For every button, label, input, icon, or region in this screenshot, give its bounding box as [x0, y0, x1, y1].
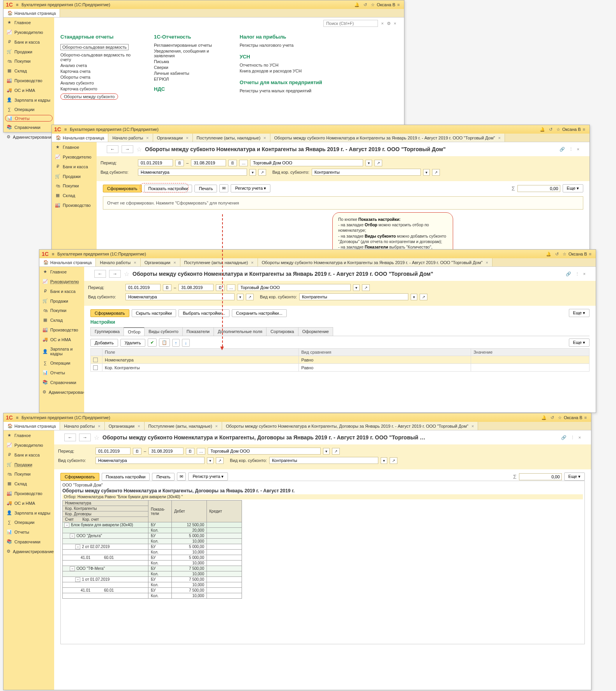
close-icon[interactable]: ×: [146, 136, 148, 140]
sidebar-item[interactable]: 👤Зарплата и кадры: [4, 508, 54, 518]
tab-home[interactable]: 🏠Начальная страница: [52, 134, 108, 142]
tab[interactable]: Организации×: [153, 134, 193, 142]
dropdown-icon[interactable]: ▾: [249, 169, 256, 176]
email-button[interactable]: ✉: [219, 184, 228, 192]
close-icon[interactable]: ×: [138, 424, 140, 428]
report-row[interactable]: −2 от 02.07.2019БУ5 000,00: [63, 544, 242, 550]
link-icon[interactable]: 🔗: [560, 147, 565, 152]
sidebar-item[interactable]: 📈Руководителю: [39, 277, 84, 286]
tree-toggle[interactable]: −: [75, 577, 80, 582]
tab-home[interactable]: 🏠Начальная страница: [39, 258, 96, 266]
link-kart-sub[interactable]: Карточка субконто: [60, 86, 138, 91]
menu-icon[interactable]: ≡: [584, 415, 587, 420]
favorite-icon[interactable]: ☆: [136, 146, 142, 153]
link-uvedom[interactable]: Уведомления, сообщения и заявления: [154, 49, 224, 58]
close-icon[interactable]: ×: [134, 260, 136, 265]
close-icon[interactable]: ×: [471, 424, 474, 428]
hamburger-icon[interactable]: ≡: [64, 127, 67, 132]
calendar-icon[interactable]: 🗓: [228, 160, 237, 166]
link-oboroty[interactable]: Обороты счета: [60, 75, 138, 79]
sidebar-item[interactable]: 🏭Производство: [39, 325, 84, 335]
tab-home[interactable]: 🏠Начальная страница: [4, 422, 60, 430]
back-button[interactable]: ←: [107, 145, 118, 153]
move-down-button[interactable]: ↓: [182, 339, 190, 347]
forward-button[interactable]: →: [122, 145, 133, 153]
period-to-input[interactable]: [191, 159, 226, 166]
settings-tab[interactable]: Группировка: [90, 327, 124, 336]
dropdown-icon[interactable]: ▾: [423, 169, 430, 176]
tab[interactable]: Начало работы×: [60, 422, 104, 430]
close-icon[interactable]: ×: [394, 21, 396, 26]
calendar-icon[interactable]: 🗓: [163, 284, 171, 291]
sidebar-item[interactable]: ★Главное: [4, 18, 54, 27]
sidebar-item[interactable]: 🚚ОС и НМА: [39, 335, 84, 344]
link-egrul[interactable]: ЕГРЮЛ: [154, 77, 224, 81]
sidebar-item[interactable]: 🛒Продажи: [4, 460, 54, 469]
tree-toggle[interactable]: −: [70, 566, 75, 571]
report-row[interactable]: −ООО "Дельта"БУ5 000,00: [63, 533, 242, 539]
back-button[interactable]: ←: [94, 270, 106, 278]
link-icon[interactable]: 🔗: [561, 435, 567, 440]
hamburger-icon[interactable]: ≡: [52, 252, 54, 256]
link-sverki[interactable]: Сверки: [154, 65, 224, 70]
report-row[interactable]: Кол.20,000: [63, 528, 242, 533]
close-icon[interactable]: ×: [98, 424, 100, 428]
open-icon[interactable]: ↗: [258, 169, 266, 176]
more-button[interactable]: Еще ▾: [569, 338, 590, 347]
calendar-icon[interactable]: 🗓: [216, 284, 224, 291]
close-icon[interactable]: ×: [186, 136, 188, 140]
report-row[interactable]: Кол.10,000: [63, 561, 242, 566]
table-row[interactable]: НоменклатураРавно: [91, 356, 590, 364]
choose-settings-button[interactable]: Выбрать настройки...: [178, 309, 229, 317]
sidebar-item[interactable]: 📈Руководителю: [4, 27, 54, 37]
delete-button[interactable]: Удалить: [120, 339, 145, 347]
forward-button[interactable]: →: [79, 434, 91, 441]
sidebar-item[interactable]: 🚚ОС и НМА: [4, 85, 54, 95]
sidebar-item[interactable]: 🏭Производство: [52, 200, 97, 210]
checkbox[interactable]: [93, 358, 98, 362]
menu-icon[interactable]: ≡: [583, 127, 585, 132]
back-button[interactable]: ←: [64, 434, 76, 441]
settings-tab[interactable]: Показатели: [182, 327, 214, 336]
checkbox[interactable]: [93, 365, 98, 370]
link-analiz-sub[interactable]: Анализ субконто: [60, 81, 138, 85]
org-input[interactable]: [250, 159, 363, 166]
table-row[interactable]: Кор. КонтрагентыРавно: [91, 364, 590, 372]
hamburger-icon[interactable]: ≡: [16, 415, 18, 420]
report-row[interactable]: Кол.10,000: [63, 593, 242, 599]
sidebar-item[interactable]: ⚙Администрирование: [4, 132, 54, 142]
close-icon[interactable]: ×: [577, 147, 579, 152]
tab[interactable]: Поступление (акты, накладные)×: [145, 422, 222, 430]
email-button[interactable]: ✉: [177, 472, 186, 481]
favorite-icon[interactable]: ☆: [124, 270, 129, 278]
tab[interactable]: Обороты между субконто Номенклатура и Ко…: [270, 134, 505, 142]
settings-tab[interactable]: Виды субконто: [144, 327, 182, 336]
report-row[interactable]: −1 от 01.07.2019БУ7 500,00: [63, 577, 242, 582]
link-kartochka[interactable]: Карточка счета: [60, 69, 138, 74]
dropdown-icon[interactable]: ▾: [365, 160, 372, 166]
link-icon[interactable]: 🔗: [566, 271, 571, 277]
move-up-button[interactable]: ↑: [172, 339, 180, 347]
tab[interactable]: Поступление (акты, накладные)×: [193, 134, 270, 142]
sidebar-item[interactable]: 🛍Покупки: [52, 181, 97, 190]
sum-input[interactable]: [519, 473, 562, 480]
clear-icon[interactable]: ×: [381, 21, 383, 26]
org-input[interactable]: [208, 448, 321, 455]
sidebar-item[interactable]: ▦Склад: [4, 66, 54, 76]
sidebar-item[interactable]: 👤Зарплата и кадры: [4, 95, 54, 105]
sidebar-item[interactable]: 📚Справочники: [4, 122, 54, 132]
more-button[interactable]: Еще ▾: [563, 184, 583, 192]
period-from-input[interactable]: [125, 284, 161, 291]
bell-icon[interactable]: 🔔: [354, 2, 360, 7]
close-icon[interactable]: ×: [263, 136, 266, 140]
subkonto-input[interactable]: [95, 457, 205, 464]
sidebar-item[interactable]: ⚙Администрирование: [4, 546, 54, 556]
history-icon[interactable]: ↺: [555, 252, 559, 257]
link-oboroty-sub[interactable]: Обороты между субконто: [60, 93, 118, 100]
sidebar-item[interactable]: 🛍Покупки: [39, 306, 84, 315]
menu-icon[interactable]: ≡: [589, 252, 591, 256]
sidebar-item[interactable]: ₽Банк и касса: [4, 450, 54, 460]
sidebar-item[interactable]: 📊Отчеты: [39, 368, 84, 377]
settings-tab[interactable]: Отбор: [124, 327, 145, 336]
open-icon[interactable]: ↗: [374, 160, 382, 166]
